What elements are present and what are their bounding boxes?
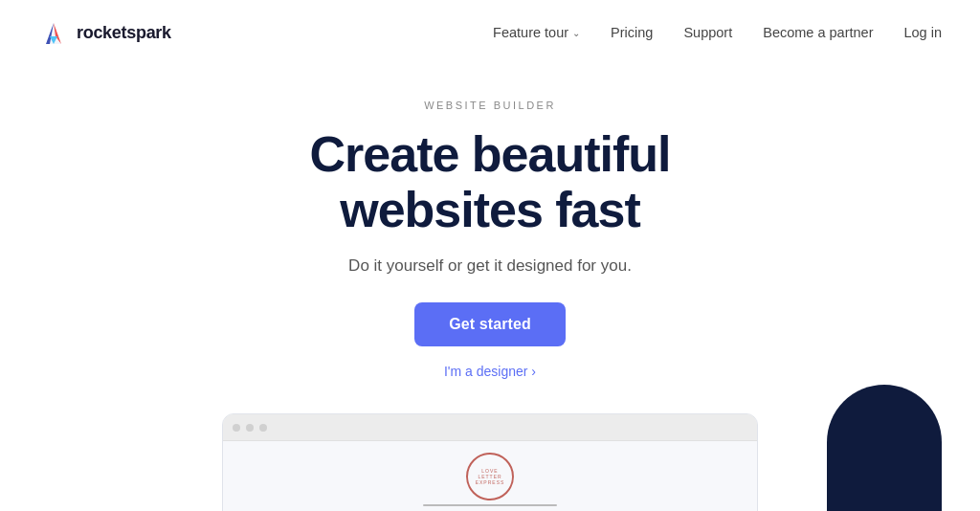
browser-content: Love Letter Express [223,441,757,511]
logo[interactable]: rocketspark [38,17,171,48]
hero-eyebrow: WEBSITE BUILDER [424,100,556,111]
browser-top-bar [223,414,757,441]
designer-link[interactable]: I'm a designer › [444,364,536,379]
nav-login[interactable]: Log in [903,25,942,40]
browser-dot-3 [259,424,267,432]
nav-feature-tour[interactable]: Feature tour ⌄ [493,25,580,40]
hero-title: Create beautiful websites fast [310,126,671,237]
nav-pricing[interactable]: Pricing [611,25,653,40]
nav-links: Feature tour ⌄ Pricing Support Become a … [493,25,942,40]
browser-mockup: Love Letter Express [222,413,758,511]
navbar: rocketspark Feature tour ⌄ Pricing Suppo… [0,0,980,65]
signature-line [423,504,557,506]
preview-container: Love Letter Express [0,413,980,511]
chevron-down-icon: ⌄ [572,28,580,38]
logo-text: rocketspark [77,23,171,43]
browser-dot-1 [233,424,240,432]
hero-subtitle: Do it yourself or get it designed for yo… [348,256,632,276]
get-started-button[interactable]: Get started [414,302,566,346]
browser-dot-2 [246,424,254,432]
logo-icon [38,17,69,48]
hero-section: WEBSITE BUILDER Create beautiful website… [0,65,980,511]
navy-shape-decoration [827,385,942,511]
nav-partner[interactable]: Become a partner [763,25,873,40]
stamp-circle: Love Letter Express [466,453,514,500]
nav-support[interactable]: Support [683,25,732,40]
